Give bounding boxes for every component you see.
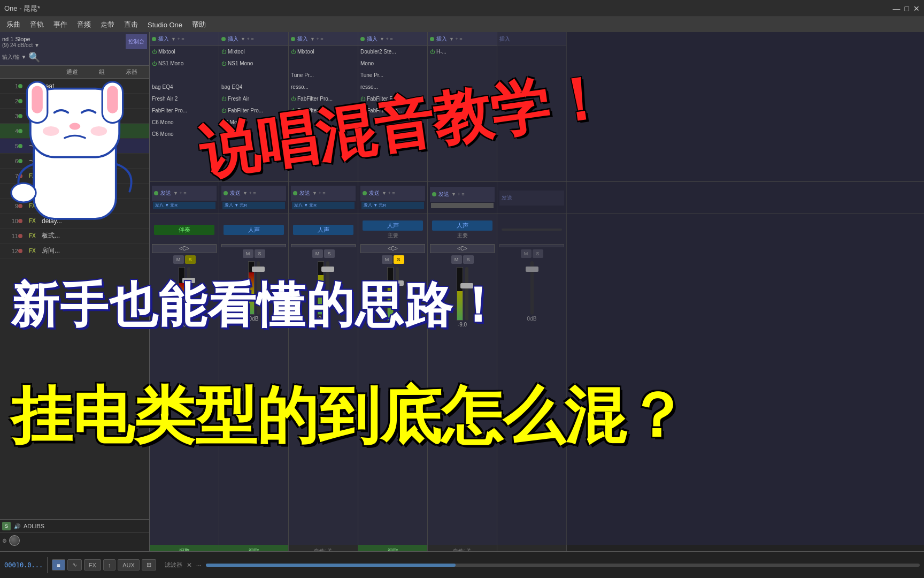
- s-button-adlibs[interactable]: S: [2, 522, 11, 530]
- fader-knob-back[interactable]: [460, 283, 473, 288]
- plugin-row[interactable]: Tune Pr...: [289, 70, 358, 81]
- menu-studio-one[interactable]: Studio One: [143, 20, 187, 30]
- tab-grid[interactable]: ⊞: [142, 559, 156, 571]
- mute-btn-lead2[interactable]: M: [243, 249, 253, 258]
- send-controls[interactable]: ▼ + ≡: [312, 191, 325, 196]
- solo-btn-doubler[interactable]: S: [533, 249, 543, 258]
- plugin-row[interactable]: ⏻ NS1 Mono: [150, 58, 219, 70]
- plugin-row[interactable]: ⏻ FabFilter Pro...: [289, 93, 358, 105]
- plugin-power[interactable]: ⏻: [291, 49, 296, 55]
- fader-track-adlibs[interactable]: [396, 267, 399, 321]
- plugin-power[interactable]: ⏻: [152, 61, 157, 66]
- send-controls[interactable]: ▼ + ≡: [451, 192, 464, 197]
- fader-knob-beat[interactable]: [182, 278, 195, 283]
- console-btn[interactable]: 控制台: [126, 34, 147, 49]
- plugin-row[interactable]: C6 Mono: [150, 128, 219, 140]
- channel-controls[interactable]: ▼ + ≡: [241, 36, 253, 42]
- fader-track-lead1[interactable]: [326, 261, 329, 315]
- plugin-row[interactable]: ⏻ Fresh Air: [219, 93, 288, 105]
- routing-btn-lead2[interactable]: [221, 244, 286, 247]
- send-controls[interactable]: ▼ + ≡: [173, 191, 186, 196]
- solo-btn-lead1[interactable]: S: [324, 249, 335, 258]
- fader-track-beat[interactable]: [187, 267, 190, 321]
- plugin-row[interactable]: ⏻ FabFilter Pro...: [289, 105, 358, 117]
- mute-icon[interactable]: 🔊: [14, 523, 20, 529]
- more-options-icon[interactable]: ···: [196, 561, 202, 569]
- mute-btn-lead1[interactable]: M: [312, 249, 323, 258]
- plugin-row[interactable]: ⏻ H-...: [428, 46, 497, 58]
- solo-btn-back[interactable]: S: [463, 255, 474, 264]
- plugin-power[interactable]: ⏻: [221, 108, 226, 113]
- menu-yingui[interactable]: 音轨: [26, 19, 48, 31]
- menu-bangzhu[interactable]: 帮助: [188, 19, 210, 31]
- menu-shijian[interactable]: 事件: [49, 19, 72, 31]
- close-filter-icon[interactable]: ✕: [187, 561, 192, 569]
- search-icon[interactable]: 🔍: [28, 51, 40, 63]
- tab-wave[interactable]: ∿: [67, 559, 82, 571]
- plugin-power[interactable]: ⏻: [360, 96, 365, 102]
- mute-btn-adlibs[interactable]: M: [382, 255, 392, 264]
- channel-controls[interactable]: ▼ + ≡: [171, 36, 184, 42]
- channel-name-doubler[interactable]: [502, 229, 562, 231]
- minimize-btn[interactable]: —: [893, 4, 900, 13]
- send-controls[interactable]: ▼ + ≡: [382, 191, 395, 196]
- plugin-row[interactable]: ⏻ FabFilter Pro...: [358, 93, 427, 105]
- fader-knob-lead2[interactable]: [252, 267, 265, 272]
- plugin-power[interactable]: ⏻: [221, 49, 226, 55]
- plugin-power[interactable]: ⏻: [291, 108, 296, 113]
- fader-track-doubler[interactable]: [530, 261, 534, 315]
- plugin-power[interactable]: ⏻: [291, 96, 296, 102]
- menu-zoudai[interactable]: 走带: [96, 19, 119, 31]
- fader-knob-adlibs[interactable]: [391, 280, 404, 286]
- pan-knob[interactable]: [9, 535, 20, 546]
- plugin-row[interactable]: ⏻ Mixtool: [219, 46, 288, 58]
- routing-btn-back[interactable]: <C>: [430, 244, 495, 253]
- menu-zizhi[interactable]: 直击: [120, 19, 142, 31]
- plugin-row[interactable]: Fresh Air 2: [150, 93, 219, 105]
- solo-btn-adlibs[interactable]: S: [394, 255, 404, 264]
- channel-controls[interactable]: ▼ + ≡: [449, 36, 462, 42]
- plugin-row[interactable]: bag EQ4: [150, 81, 219, 93]
- plugin-power[interactable]: ⏻: [152, 49, 157, 55]
- tab-tracks[interactable]: ≡: [52, 559, 65, 571]
- channel-name-beat[interactable]: 伴奏: [154, 225, 214, 235]
- plugin-row[interactable]: resso...: [358, 81, 427, 93]
- plugin-row[interactable]: resso...: [289, 81, 358, 93]
- timeline-progress[interactable]: [206, 564, 920, 567]
- solo-btn-lead2[interactable]: S: [255, 249, 265, 258]
- plugin-row[interactable]: bag EQ4: [219, 81, 288, 93]
- close-btn[interactable]: ✕: [913, 4, 920, 13]
- channel-controls[interactable]: ▼ + ≡: [380, 36, 392, 42]
- tab-aux[interactable]: AUX: [118, 559, 140, 571]
- tab-midi[interactable]: ↑: [103, 559, 116, 571]
- fader-knob-doubler[interactable]: [526, 267, 538, 272]
- plugin-row[interactable]: ⏻ C6 Mono: [219, 128, 288, 140]
- maximize-btn[interactable]: □: [905, 4, 909, 13]
- channel-name-adlibs[interactable]: 人声: [363, 220, 423, 231]
- channel-name-back[interactable]: 人声: [432, 220, 492, 231]
- solo-btn-beat[interactable]: S: [185, 255, 196, 264]
- plugin-power[interactable]: ⏻: [221, 61, 226, 66]
- tab-fx[interactable]: FX: [84, 559, 101, 571]
- input-output-label[interactable]: 输入/输 ▼: [2, 54, 26, 61]
- plugin-power[interactable]: ⏻: [430, 49, 435, 55]
- plugin-power[interactable]: ⏻: [360, 108, 365, 113]
- plugin-row[interactable]: ⏻ FabFilter Pro...: [358, 105, 427, 117]
- channel-controls[interactable]: ▼ + ≡: [310, 36, 323, 42]
- routing-btn-beat[interactable]: <C>: [152, 244, 217, 253]
- plugin-row[interactable]: ⏻ Mixtool: [150, 46, 219, 58]
- plugin-row[interactable]: ⏻ FabFilter Pro...: [219, 105, 288, 117]
- fader-knob-lead1[interactable]: [321, 267, 334, 272]
- routing-btn-lead1[interactable]: [291, 244, 356, 247]
- fader-track-back[interactable]: [465, 267, 468, 321]
- plugin-row[interactable]: ⏻ Mixtool: [289, 46, 358, 58]
- channel-name-lead1[interactable]: 人声: [293, 225, 353, 235]
- send-controls[interactable]: ▼ + ≡: [243, 191, 256, 196]
- plugin-row[interactable]: Tune Pr...: [358, 70, 427, 81]
- knob-icon[interactable]: ⚙: [2, 538, 7, 544]
- plugin-row[interactable]: Doubler2 Ste...: [358, 46, 427, 58]
- routing-btn-doubler[interactable]: [499, 244, 564, 247]
- menu-yuqu[interactable]: 乐曲: [2, 19, 25, 31]
- mute-btn-beat[interactable]: M: [173, 255, 184, 264]
- plugin-row[interactable]: Mono: [358, 58, 427, 70]
